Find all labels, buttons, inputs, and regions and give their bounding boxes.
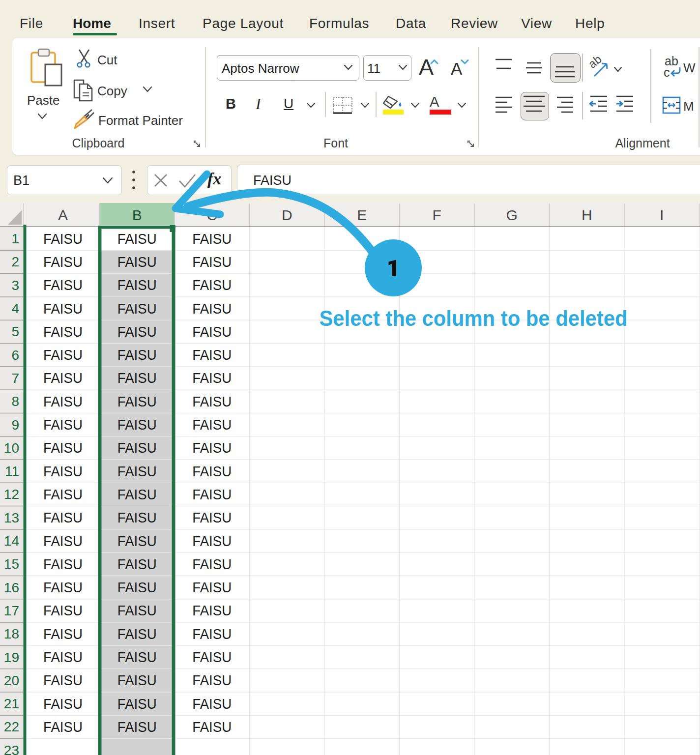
svg-text:Select the column to be delete: Select the column to be deleted xyxy=(320,306,628,331)
